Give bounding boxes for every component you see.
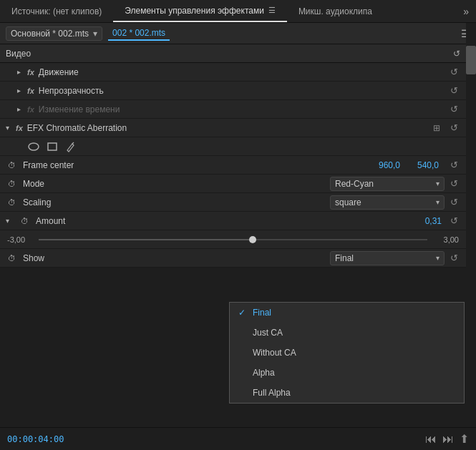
export-icon[interactable]: ⬆ (460, 432, 469, 446)
tab-bar: Источник: (нет клипов) Элементы управлен… (0, 0, 476, 23)
rect-tool[interactable] (44, 139, 60, 155)
frame-center-stopwatch[interactable]: ⏱ (6, 160, 17, 171)
frame-center-reset[interactable]: ↺ (447, 159, 460, 172)
dropdown-item-final[interactable]: ✓ Final (230, 303, 464, 323)
more-tabs-button[interactable]: » (456, 6, 476, 17)
amount-reset[interactable]: ↺ (447, 215, 460, 228)
tab-effects[interactable]: Элементы управления эффектами ☰ (113, 0, 287, 22)
mode-reset[interactable]: ↺ (447, 177, 460, 190)
scaling-dropdown[interactable]: square ▾ (330, 195, 445, 210)
source-bar: Основной * 002.mts ▾ 002 * 002.mts ☰ (0, 23, 476, 44)
mode-stopwatch[interactable]: ⏱ (6, 178, 17, 190)
prop-row-frame-center: ⏱ Frame center 960,0 540,0 ↺ (0, 156, 466, 175)
time-toggle[interactable]: ▸ (17, 105, 27, 113)
amount-value[interactable]: 0,31 (406, 216, 442, 226)
timecode-display: 00:00:04:00 (7, 434, 64, 444)
scroll-track (466, 23, 476, 427)
time-reset[interactable]: ↺ (447, 103, 460, 116)
efx-badge: fx (16, 124, 23, 132)
opacity-label: Непрозрачность (39, 86, 445, 96)
source-select[interactable]: Основной * 002.mts ▾ (6, 26, 102, 41)
slider-min-label: -3,00 (7, 235, 33, 244)
video-section-header: Видео ↺ (0, 44, 466, 63)
show-reset[interactable]: ↺ (447, 252, 460, 265)
slider-fill (39, 239, 253, 240)
dropdown-item-full-alpha[interactable]: ✓ Full Alpha (230, 383, 464, 403)
scaling-stopwatch[interactable]: ⏱ (6, 197, 17, 208)
motion-fx-badge: fx (27, 68, 34, 77)
mode-label: Mode (20, 179, 330, 189)
scaling-chevron-icon: ▾ (436, 198, 439, 206)
bottom-bar: 00:00:04:00 ⏮ ⏭ ⬆ (0, 427, 476, 450)
slider-thumb[interactable] (249, 236, 256, 243)
opacity-toggle[interactable]: ▸ (17, 87, 27, 94)
frame-center-val1[interactable]: 960,0 (364, 160, 400, 170)
effect-row-motion: ▸ fx Движение ↺ (0, 63, 466, 82)
show-dropdown-overlay: ✓ Final ✓ Just CA ✓ Without CA ✓ Alpha ✓… (229, 302, 465, 403)
motion-reset[interactable]: ↺ (447, 66, 460, 79)
bottom-right-controls: ⏮ ⏭ ⬆ (425, 432, 469, 446)
pen-tool[interactable] (63, 139, 79, 155)
effect-row-time: ▸ fx Изменение времени ↺ (0, 100, 466, 119)
amount-label: Amount (33, 216, 406, 226)
slider-max-label: 3,00 (433, 235, 459, 244)
show-label: Show (20, 253, 330, 263)
prop-row-amount: ▾ ⏱ Amount 0,31 ↺ (0, 212, 466, 230)
ellipse-tool[interactable] (26, 139, 42, 155)
tab-mixer[interactable]: Микш. аудиоклипа (287, 0, 384, 22)
svg-rect-1 (48, 143, 57, 150)
efx-toggle[interactable]: ▾ (6, 124, 16, 132)
opacity-fx-badge: fx (27, 87, 34, 95)
slider-track[interactable] (39, 239, 427, 240)
efx-label: EFX Chromatic Aberration (27, 123, 430, 133)
scaling-label: Scaling (20, 197, 330, 207)
show-stopwatch[interactable]: ⏱ (6, 253, 17, 264)
frame-center-label: Frame center (20, 160, 364, 170)
amount-toggle[interactable]: ▾ (6, 217, 16, 225)
amount-stopwatch[interactable]: ⏱ (19, 215, 30, 227)
mode-chevron-icon: ▾ (436, 180, 439, 187)
show-chevron-icon: ▾ (436, 254, 439, 262)
motion-label: Движение (39, 67, 445, 77)
tab-source[interactable]: Источник: (нет клипов) (0, 0, 113, 22)
mode-dropdown[interactable]: Red-Cyan ▾ (330, 177, 445, 191)
dropdown-item-without-ca[interactable]: ✓ Without CA (230, 343, 464, 363)
effects-menu-icon[interactable]: ☰ (268, 6, 276, 15)
effect-row-opacity: ▸ fx Непрозрачность ↺ (0, 82, 466, 100)
motion-toggle[interactable]: ▸ (17, 68, 27, 76)
source-active-tab[interactable]: 002 * 002.mts (108, 26, 170, 41)
time-fx-badge: fx (27, 105, 34, 114)
prop-row-mode: ⏱ Mode Red-Cyan ▾ ↺ (0, 175, 466, 193)
next-frame-icon[interactable]: ⏭ (442, 433, 454, 446)
source-select-chevron: ▾ (93, 29, 97, 39)
show-dropdown[interactable]: Final ▾ (330, 251, 445, 265)
dropdown-item-alpha[interactable]: ✓ Alpha (230, 363, 464, 383)
efx-header-row: ▾ fx EFX Chromatic Aberration ⊞ ↺ (0, 119, 466, 137)
efx-add-icon[interactable]: ⊞ (430, 122, 443, 134)
prop-row-show: ⏱ Show Final ▾ ↺ (0, 249, 466, 268)
prop-row-scaling: ⏱ Scaling square ▾ ↺ (0, 193, 466, 212)
time-label: Изменение времени (39, 104, 445, 114)
svg-line-2 (72, 142, 74, 144)
scaling-reset[interactable]: ↺ (447, 196, 460, 209)
frame-center-val2[interactable]: 540,0 (403, 160, 439, 170)
efx-tools-row (0, 137, 466, 156)
scroll-thumb[interactable] (466, 46, 476, 74)
check-icon-final: ✓ (238, 308, 250, 318)
opacity-reset[interactable]: ↺ (447, 84, 460, 97)
slider-row: -3,00 3,00 (0, 230, 466, 249)
dropdown-item-just-ca[interactable]: ✓ Just CA (230, 323, 464, 343)
prev-frame-icon[interactable]: ⏮ (425, 433, 437, 446)
svg-point-0 (29, 143, 39, 150)
video-section-reset[interactable]: ↺ (453, 49, 460, 59)
efx-reset[interactable]: ↺ (447, 122, 460, 134)
